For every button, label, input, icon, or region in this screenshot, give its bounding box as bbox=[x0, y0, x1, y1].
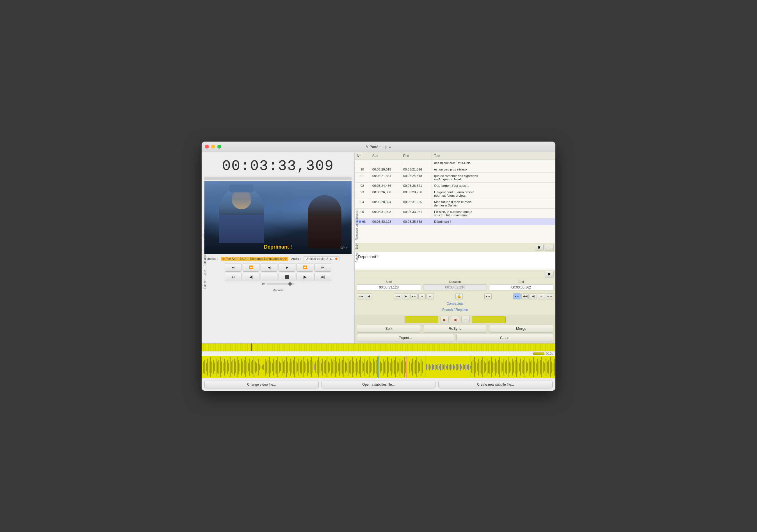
sub-stop-button[interactable]: ⬛ bbox=[279, 273, 295, 281]
col-text: Text bbox=[432, 152, 556, 160]
svg-rect-159 bbox=[429, 364, 430, 370]
table-row[interactable]: 91 00:03:21,884 00:03:24,418 que de rame… bbox=[355, 173, 556, 183]
bottom-section: 20.0s bbox=[201, 343, 556, 391]
svg-rect-169 bbox=[443, 365, 444, 369]
svg-rect-19 bbox=[228, 363, 229, 371]
start-input[interactable] bbox=[357, 284, 421, 291]
resync-button[interactable]: ReSync bbox=[423, 325, 487, 332]
svg-rect-104 bbox=[348, 359, 348, 376]
svg-rect-15 bbox=[223, 363, 224, 371]
delete-row-button[interactable]: ✖ bbox=[535, 244, 544, 251]
table-row[interactable]: 90 00:03:20,615 00:03:21,816 est un peu … bbox=[355, 166, 556, 173]
timeline-bar[interactable] bbox=[201, 344, 556, 351]
svg-rect-229 bbox=[527, 363, 528, 371]
prev-start-button[interactable]: ◀ bbox=[365, 293, 372, 299]
row-start bbox=[370, 160, 401, 166]
yellow-bar-right bbox=[472, 316, 506, 323]
svg-rect-22 bbox=[232, 360, 233, 374]
subtitle-file-tag[interactable]: Pan Am – 1x14 – Romance Languages.srt bbox=[221, 257, 288, 261]
svg-rect-239 bbox=[541, 357, 542, 377]
table-row-active[interactable]: 96 00:03:33,128 00:03:35,362 Déprimant ! bbox=[355, 219, 556, 225]
table-row[interactable]: 93 00:03:26,388 00:03:28,756 L'argent do… bbox=[355, 189, 556, 199]
svg-rect-80 bbox=[314, 364, 315, 370]
lock-button[interactable]: 🔒 bbox=[455, 293, 463, 299]
fast-forward-button[interactable]: ⏩ bbox=[296, 263, 313, 272]
svg-rect-149 bbox=[412, 359, 413, 376]
create-subtitle-button[interactable]: Create new subtitle file... bbox=[438, 381, 553, 389]
timecode-display: 00:03:33,309 bbox=[204, 155, 351, 177]
svg-rect-180 bbox=[459, 365, 459, 369]
table-row[interactable]: des bijoux aux États-Unis bbox=[355, 160, 556, 166]
row-num: 93 bbox=[355, 189, 370, 199]
export-button[interactable]: Export... bbox=[357, 334, 454, 342]
table-row[interactable]: 95 00:03:31,093 00:03:33,061 Eh bien, je… bbox=[355, 209, 556, 219]
svg-rect-93 bbox=[332, 361, 333, 373]
prev-frame-button[interactable]: ◀ bbox=[260, 263, 277, 272]
waveform-display[interactable] bbox=[201, 356, 556, 378]
open-subtitles-button[interactable]: Open a subtitles file... bbox=[321, 381, 436, 389]
main-window: ✎ PanAm.sfp ⌄ Pan Am – 1x14 – Romance La… bbox=[201, 141, 556, 391]
split-button[interactable]: Split bbox=[357, 325, 421, 332]
end-nav5[interactable]: →→ bbox=[546, 293, 553, 299]
play-from-button[interactable]: ▶ bbox=[402, 293, 409, 299]
svg-rect-127 bbox=[380, 361, 381, 373]
svg-rect-197 bbox=[482, 357, 483, 377]
add-row-button[interactable]: — bbox=[545, 244, 554, 251]
forward-button[interactable]: → bbox=[461, 316, 470, 323]
svg-rect-52 bbox=[275, 361, 275, 373]
svg-rect-106 bbox=[350, 360, 351, 374]
duration-input[interactable] bbox=[423, 284, 487, 291]
rewind-button[interactable]: ⏪ bbox=[243, 263, 259, 272]
end-input[interactable] bbox=[489, 284, 553, 291]
svg-rect-72 bbox=[303, 357, 304, 377]
change-video-button[interactable]: Change video file... bbox=[204, 381, 319, 389]
skip-to-end-button[interactable]: ⏭ bbox=[315, 263, 331, 272]
subtitle-table[interactable]: N° Start End Text des bijoux aux États-U… bbox=[355, 152, 556, 243]
row-end: 00:03:35,362 bbox=[401, 219, 432, 225]
merge-button[interactable]: Merge bbox=[489, 325, 553, 332]
next-button[interactable]: → bbox=[418, 293, 426, 299]
set-end-button[interactable]: ●← bbox=[410, 293, 417, 299]
table-row[interactable]: 94 00:03:28,824 00:03:31,025 Mon futur e… bbox=[355, 199, 556, 209]
go-to-start-button[interactable]: →● bbox=[357, 293, 364, 299]
back-arrow-button[interactable]: ◀ bbox=[451, 316, 459, 323]
table-row[interactable]: 92 00:03:24,486 00:03:26,321 Oui, l'arge… bbox=[355, 183, 556, 189]
play-arrow-button[interactable]: ▶ bbox=[440, 316, 449, 323]
speed-slider[interactable] bbox=[266, 283, 294, 285]
close-button[interactable] bbox=[205, 145, 209, 149]
sub-start-button[interactable]: ⏮ bbox=[225, 273, 241, 281]
end-nav4[interactable]: → bbox=[538, 293, 545, 299]
subtitle-text-input[interactable]: Déprimant ! bbox=[355, 252, 556, 269]
maximize-button[interactable] bbox=[217, 145, 221, 149]
play-button[interactable]: ▶ bbox=[279, 263, 295, 272]
scene-backdrop bbox=[204, 181, 351, 215]
audio-file-tag[interactable]: Untitled track (Unk.... bbox=[304, 257, 340, 261]
svg-rect-178 bbox=[456, 364, 457, 370]
search-replace-link[interactable]: Search / Replace bbox=[357, 307, 553, 313]
sub-mark-button[interactable]: | bbox=[260, 273, 277, 281]
minimize-button[interactable] bbox=[211, 145, 215, 149]
video-scrub-bar[interactable] bbox=[204, 177, 351, 180]
sub-next-button[interactable]: |▶ bbox=[296, 273, 313, 281]
subtitle-overlay: Déprimant ! bbox=[264, 244, 292, 250]
svg-rect-134 bbox=[390, 363, 391, 371]
clear-text-button[interactable]: ✖ bbox=[545, 271, 554, 277]
sub-end-button[interactable]: ⏭| bbox=[315, 273, 331, 281]
svg-rect-101 bbox=[344, 357, 344, 377]
skip-to-start-button[interactable]: ⏮ bbox=[225, 263, 241, 272]
constraints-link[interactable]: Constraints bbox=[357, 300, 553, 307]
sub-prev-button[interactable]: ◀| bbox=[243, 273, 259, 281]
scale-label: 20.0s bbox=[546, 352, 553, 355]
go-to-end-button[interactable]: ●→ bbox=[484, 293, 492, 299]
end-nav1[interactable]: ●← bbox=[513, 293, 521, 299]
set-start-button[interactable]: →● bbox=[394, 293, 401, 299]
end-nav2[interactable]: ◀◀ bbox=[521, 293, 529, 299]
close-button-right[interactable]: Close bbox=[456, 334, 554, 342]
svg-rect-25 bbox=[237, 357, 237, 377]
prev-button[interactable]: ← bbox=[427, 293, 434, 299]
row-text: Eh bien, je suppose que jesuis ton futur… bbox=[432, 209, 556, 218]
svg-rect-6 bbox=[210, 357, 211, 377]
svg-rect-26 bbox=[238, 360, 239, 374]
svg-rect-83 bbox=[318, 357, 319, 377]
end-nav3[interactable]: ◀ bbox=[530, 293, 537, 299]
